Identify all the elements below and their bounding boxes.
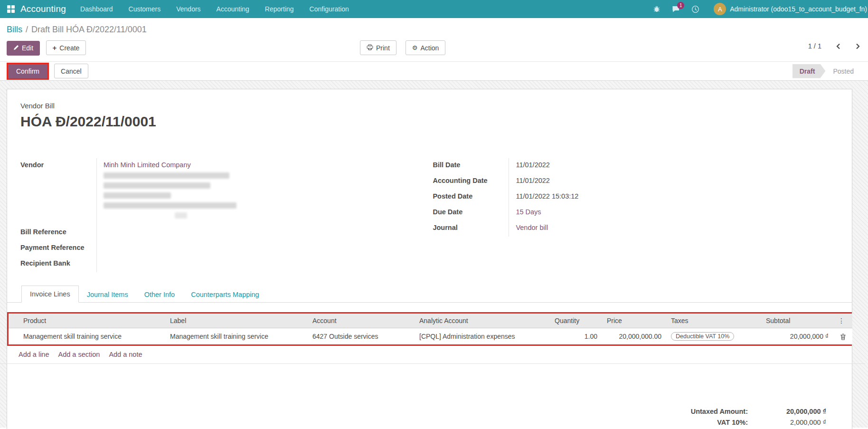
col-product[interactable]: Product xyxy=(9,314,165,328)
add-a-section-link[interactable]: Add a section xyxy=(58,351,100,358)
main-menu: Dashboard Customers Vendors Accounting R… xyxy=(80,0,349,18)
recipient-bank-label: Recipient Bank xyxy=(20,257,96,272)
col-subtotal[interactable]: Subtotal xyxy=(761,314,833,328)
apps-grid-icon[interactable] xyxy=(7,5,15,13)
add-a-note-link[interactable]: Add a note xyxy=(109,351,142,358)
tab-other-info[interactable]: Other Info xyxy=(136,286,183,303)
trash-icon[interactable] xyxy=(840,334,846,340)
bill-date-value[interactable]: 11/01/2022 xyxy=(509,158,839,174)
document-title: HÓA Đ/2022/11/0001 xyxy=(20,114,839,130)
vat-value: 2,000,000 ₫ xyxy=(748,419,826,426)
vendor-label: Vendor xyxy=(20,158,96,225)
debug-bug-icon[interactable] xyxy=(653,5,660,13)
table-annotation-highlight: Product Label Account Analytic Account Q… xyxy=(7,312,852,346)
pencil-icon xyxy=(13,44,19,52)
due-date-value[interactable]: 15 Days xyxy=(509,205,839,221)
cell-label[interactable]: Management skill training service xyxy=(165,328,308,345)
accounting-date-value[interactable]: 11/01/2022 xyxy=(509,174,839,190)
state-pipeline: Draft Posted xyxy=(793,64,861,78)
vendor-link[interactable]: Minh Minh Limited Company xyxy=(104,161,191,169)
vendor-field: Minh Minh Limited Company xyxy=(96,158,388,225)
bill-date-label: Bill Date xyxy=(433,158,509,174)
menu-accounting[interactable]: Accounting xyxy=(217,0,249,18)
tab-counterparts-mapping[interactable]: Counterparts Mapping xyxy=(183,286,267,303)
posted-date-label: Posted Date xyxy=(433,190,509,205)
col-quantity[interactable]: Quantity xyxy=(550,314,602,328)
menu-dashboard[interactable]: Dashboard xyxy=(80,0,113,18)
notebook-tabs: Invoice Lines Journal Items Other Info C… xyxy=(7,286,852,303)
col-account[interactable]: Account xyxy=(308,314,415,328)
state-posted[interactable]: Posted xyxy=(825,64,861,78)
top-navbar: Accounting Dashboard Customers Vendors A… xyxy=(0,0,868,18)
document-type-label: Vendor Bill xyxy=(20,102,839,110)
menu-reporting[interactable]: Reporting xyxy=(265,0,294,18)
activities-clock-icon[interactable] xyxy=(691,5,699,13)
menu-customers[interactable]: Customers xyxy=(129,0,161,18)
untaxed-amount-label: Untaxed Amount: xyxy=(691,408,748,415)
col-label[interactable]: Label xyxy=(165,314,308,328)
form-view-background: Vendor Bill HÓA Đ/2022/11/0001 Vendor Mi… xyxy=(0,81,868,428)
edit-button[interactable]: Edit xyxy=(7,41,40,56)
pager-previous-icon[interactable] xyxy=(836,43,841,50)
col-analytic-account[interactable]: Analytic Account xyxy=(415,314,550,328)
list-add-links: Add a line Add a section Add a note xyxy=(0,346,865,364)
cell-delete xyxy=(833,328,852,345)
print-button[interactable]: Print xyxy=(360,40,396,55)
bill-reference-field[interactable] xyxy=(96,225,388,241)
form-sheet: Vendor Bill HÓA Đ/2022/11/0001 Vendor Mi… xyxy=(7,89,852,429)
invoice-line-row[interactable]: Management skill training service Manage… xyxy=(9,328,852,345)
tab-invoice-lines[interactable]: Invoice Lines xyxy=(21,286,79,303)
column-options-icon[interactable]: ⋮ xyxy=(833,314,852,328)
confirm-button[interactable]: Confirm xyxy=(8,64,47,78)
cell-taxes: Deductible VAT 10% xyxy=(666,328,761,345)
add-a-line-link[interactable]: Add a line xyxy=(19,351,49,358)
confirm-annotation-highlight: Confirm xyxy=(7,63,49,80)
pager-counter: 1 / 1 xyxy=(808,42,821,50)
payment-reference-label: Payment Reference xyxy=(20,241,96,257)
redacted-address-line xyxy=(104,192,171,199)
cell-quantity[interactable]: 1.00 xyxy=(550,328,602,345)
invoice-totals: Untaxed Amount: 20,000,000 ₫ VAT 10%: 2,… xyxy=(20,408,839,429)
breadcrumb-separator: / xyxy=(26,25,28,34)
user-menu[interactable]: A Administrator (odoo15_to_account_budge… xyxy=(714,3,867,15)
menu-vendors[interactable]: Vendors xyxy=(176,0,200,18)
bill-reference-label: Bill Reference xyxy=(20,225,96,241)
payment-reference-field[interactable] xyxy=(96,241,388,257)
journal-value[interactable]: Vendor bill xyxy=(509,221,839,237)
app-brand[interactable]: Accounting xyxy=(20,4,66,14)
printer-icon xyxy=(367,44,373,52)
cell-price[interactable]: 20,000,000.00 xyxy=(602,328,666,345)
control-panel: Bills/Draft Bill HÓA Đ/2022/11/0001 Edit… xyxy=(0,18,868,57)
cancel-button[interactable]: Cancel xyxy=(54,64,88,78)
col-taxes[interactable]: Taxes xyxy=(666,314,761,328)
recipient-bank-field[interactable] xyxy=(96,257,388,272)
vat-label: VAT 10%: xyxy=(717,419,748,426)
breadcrumb-bills-link[interactable]: Bills xyxy=(7,25,22,34)
cell-analytic-account[interactable]: [CPQL] Administration expenses xyxy=(415,328,550,345)
tax-badge[interactable]: Deductible VAT 10% xyxy=(671,332,734,341)
accounting-date-label: Accounting Date xyxy=(433,174,509,190)
table-header-row: Product Label Account Analytic Account Q… xyxy=(9,314,852,328)
tab-journal-items[interactable]: Journal Items xyxy=(79,286,136,303)
posted-date-value[interactable]: 11/01/2022 15:03:12 xyxy=(509,190,839,205)
untaxed-amount-value: 20,000,000 ₫ xyxy=(748,408,826,415)
breadcrumb-current: Draft Bill HÓA Đ/2022/11/0001 xyxy=(31,25,147,34)
journal-label: Journal xyxy=(433,221,509,237)
pager: 1 / 1 xyxy=(808,42,860,50)
user-name: Administrator (odoo15_to_account_budget_… xyxy=(730,5,867,13)
redacted-address-line xyxy=(104,182,210,189)
cell-subtotal: 20,000,000 ₫ xyxy=(761,328,833,345)
col-price[interactable]: Price xyxy=(602,314,666,328)
redacted-address-line xyxy=(175,212,187,219)
gear-icon: ⚙ xyxy=(412,44,418,51)
state-draft[interactable]: Draft xyxy=(793,64,826,78)
cell-account[interactable]: 6427 Outside services xyxy=(308,328,415,345)
pager-next-icon[interactable] xyxy=(855,43,860,50)
action-button[interactable]: ⚙ Action xyxy=(406,40,446,55)
menu-configuration[interactable]: Configuration xyxy=(310,0,349,18)
invoice-lines-table: Product Label Account Analytic Account Q… xyxy=(9,314,852,344)
create-button[interactable]: + Create xyxy=(46,40,86,55)
cell-product[interactable]: Management skill training service xyxy=(9,328,165,345)
messages-count-badge: 1 xyxy=(677,2,684,9)
messages-icon[interactable]: 1 xyxy=(672,5,680,13)
